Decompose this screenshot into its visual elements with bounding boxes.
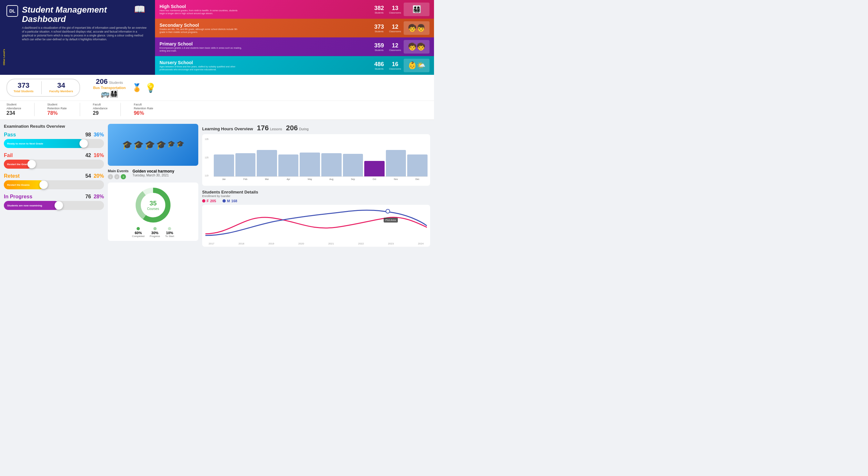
school-card-secondary: Secondary School Grades are 6th, 7th, an… xyxy=(155,19,434,37)
exam-inprogress-thumb[interactable] xyxy=(55,201,63,210)
graduation-image: 🎓🎓 🎓🎓 🎓🎓 xyxy=(120,137,187,152)
school-card-secondary-desc: Grades are 6th, 7th, and 8th grade, alth… xyxy=(159,28,244,34)
exam-fail-thumb[interactable] xyxy=(27,160,36,168)
donut-section: 35 Courses 60% Completed 30% Progress xyxy=(108,182,198,241)
donut-legend: 60% Completed 30% Progress 10% To Start xyxy=(132,227,174,238)
male-count: 168 xyxy=(231,199,237,203)
logo-icon: DL xyxy=(6,5,18,17)
exam-fail-slider[interactable]: Restart the Grade xyxy=(4,160,104,169)
exam-inprogress-sublabel: Students are now examining xyxy=(7,204,42,207)
nursery-students-num: 486 xyxy=(374,61,384,68)
metric-divider-2 xyxy=(80,103,80,116)
female-legend: F 205 xyxy=(202,199,216,203)
legend-tostart: 10% To Start xyxy=(165,227,175,238)
exam-inprogress-fill: Students are now examining xyxy=(4,201,59,210)
total-students-num: 373 xyxy=(18,81,30,90)
school-card-nursery-title: Nursery School xyxy=(159,60,374,65)
bar-chart-wrapper: 135 125 115 xyxy=(205,138,428,183)
x-label-dec: Dec xyxy=(407,178,428,180)
metric-faculty-retention: FacultRetention Rate 96% xyxy=(134,103,153,116)
main-content: Examination Results Overview Pass 98 36%… xyxy=(0,120,434,250)
x-label-apr: Apr xyxy=(278,178,299,180)
exam-pass-fill: Ready to move to Next Grade xyxy=(4,139,84,148)
event-dot-2[interactable]: 2 xyxy=(114,174,120,179)
bar-dec xyxy=(407,155,428,176)
high-students-label: Students xyxy=(374,11,384,14)
exam-section-title: Examination Results Overview xyxy=(4,124,104,129)
bus-unit: Students xyxy=(109,80,123,84)
exam-inprogress-pct: 28% xyxy=(94,194,104,200)
year-2018: 2018 xyxy=(239,242,244,245)
enrollment-title: Students Enrollment Details xyxy=(202,190,258,195)
exam-fail-count: 42 xyxy=(85,152,91,158)
school-card-high: High School Have four numbered grades, f… xyxy=(155,0,434,19)
event-dot-3[interactable]: 3 xyxy=(121,174,126,179)
metrics-row: StudentAttendance 234 StudentRetention R… xyxy=(0,101,434,119)
secondary-classrooms-label: Classrooms xyxy=(389,30,401,33)
exam-retest-pct: 20% xyxy=(94,173,104,179)
legend-tostart-pct: 10% xyxy=(166,231,173,235)
nursery-classrooms-stat: 16 Classrooms xyxy=(389,61,401,70)
bus-icon: 🚌👨‍👩‍👧‍👦 xyxy=(101,90,118,98)
enrollment-subtitle: Enrollment by Gander xyxy=(202,195,430,198)
x-axis-labels: Jan Feb Mar Apr May Aug Sep Oct Nov Dec xyxy=(214,178,428,180)
year-2021: 2021 xyxy=(328,242,334,245)
secondary-students-stat: 373 Students xyxy=(374,24,384,33)
secondary-classrooms-num: 12 xyxy=(389,24,401,30)
metric-student-attendance: StudentAttendance 234 xyxy=(6,103,21,116)
metric-faculty-attendance: FacultAttendance 29 xyxy=(93,103,108,116)
y-axis: 135 125 115 xyxy=(205,138,209,177)
bar-oct-fill xyxy=(364,161,384,176)
bar-mar xyxy=(257,150,277,176)
exam-pass-item: Pass 98 36% Ready to move to Next Grade xyxy=(4,132,104,148)
nursery-school-image: 👶🌤️ xyxy=(404,59,430,72)
secondary-classrooms-stat: 12 Classrooms xyxy=(389,24,401,33)
event-dot-1[interactable]: 1 xyxy=(108,174,113,179)
bars-container xyxy=(214,138,428,177)
bar-jan xyxy=(214,155,234,176)
school-card-secondary-content: Secondary School Grades are 6th, 7th, an… xyxy=(159,23,374,34)
secondary-school-image: 🧒👦 xyxy=(404,21,430,35)
primary-school-image: 🧒🧒 xyxy=(404,40,430,54)
event-dots: 1 2 3 xyxy=(108,174,128,179)
exam-inprogress-header: In Progress 76 28% xyxy=(4,194,104,200)
during-label: During xyxy=(299,127,308,131)
main-events-row: Main Events 1 2 3 Golden vocal harmony T… xyxy=(108,169,198,179)
exam-retest-count: 54 xyxy=(85,173,91,179)
enrollment-header: Students Enrollment Details xyxy=(202,190,430,195)
header-logo: DL Student Management Dashboard 📖 xyxy=(6,5,149,24)
x-label-may: May xyxy=(300,178,320,180)
exam-inprogress-slider[interactable]: Students are now examining xyxy=(4,201,104,210)
during-num: 206 xyxy=(286,124,298,132)
exam-pass-thumb[interactable] xyxy=(80,139,88,148)
header-right: High School Have four numbered grades, f… xyxy=(155,0,434,75)
high-classrooms-label: Classrooms xyxy=(389,11,401,14)
secondary-students-label: Students xyxy=(374,30,384,33)
legend-tostart-dot xyxy=(168,227,171,230)
stat-pill: 373 Total Students 34 Faculty Members xyxy=(6,79,80,97)
year-labels: 2017 2018 2019 2020 2021 2022 2023 2024 xyxy=(206,242,427,245)
bar-feb-fill xyxy=(236,153,256,176)
exam-pass-slider[interactable]: Ready to move to Next Grade xyxy=(4,139,104,148)
exam-retest-slider[interactable]: Restart the Exams xyxy=(4,180,104,189)
y-label-135: 135 xyxy=(205,138,209,140)
legend-progress-pct: 30% xyxy=(151,231,159,235)
school-card-nursery-desc: Ages between of three and five years, st… xyxy=(159,65,244,71)
lessons-label: Lessons xyxy=(270,127,282,131)
event-info: Golden vocal harmony Tuesday, March 30, … xyxy=(132,169,174,177)
bus-label: Bus Transportation xyxy=(93,86,126,90)
nursery-classrooms-label: Classrooms xyxy=(389,68,401,70)
events-nav: Main Events 1 2 3 xyxy=(108,169,128,179)
school-card-primary-content: Primary School Encompasses grades 1-8 an… xyxy=(159,41,374,52)
y-label-115: 115 xyxy=(205,174,209,177)
event-date: Tuesday, March 30, 2021 xyxy=(132,173,174,177)
exam-inprogress-label: In Progress xyxy=(4,194,32,200)
metric-divider-3 xyxy=(120,103,121,116)
bar-apr-fill xyxy=(278,155,299,176)
school-card-secondary-stats: 373 Students 12 Classrooms xyxy=(374,24,401,33)
exam-retest-thumb[interactable] xyxy=(39,180,48,189)
bar-dec-fill xyxy=(407,155,428,176)
stats-metrics-area: 373 Total Students 34 Faculty Members 20… xyxy=(0,75,434,120)
school-card-primary: Primary School Encompasses grades 1-8 an… xyxy=(155,37,434,56)
school-card-high-stats: 382 Students 13 Classrooms xyxy=(374,5,401,14)
